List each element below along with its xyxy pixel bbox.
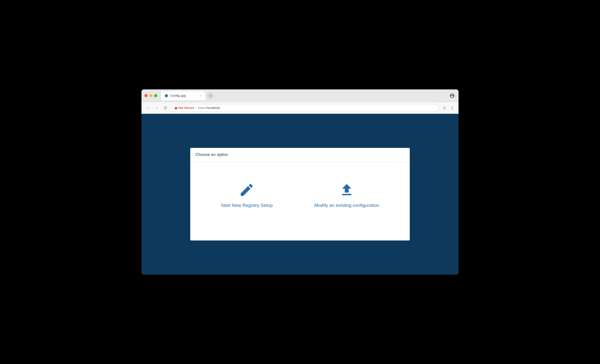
browser-window: Config app × + Not Secure | htt	[141, 89, 459, 275]
browser-menu-button[interactable]	[449, 105, 456, 111]
address-actions	[441, 105, 456, 111]
bookmark-button[interactable]	[441, 105, 448, 111]
minimize-button[interactable]	[149, 94, 152, 97]
tab-logo-icon	[164, 94, 169, 98]
tab-close-button[interactable]: ×	[198, 94, 202, 98]
url-protocol: https://	[198, 106, 207, 110]
profile-icon[interactable]	[449, 92, 456, 99]
maximize-button[interactable]	[154, 94, 157, 97]
browser-content: Choose an option Start New Registry Setu…	[141, 114, 459, 275]
close-button[interactable]	[144, 94, 148, 97]
not-secure-label: Not Secure	[178, 106, 194, 110]
start-new-registry-button[interactable]: Start New Registry Setup	[211, 176, 282, 213]
upload-icon	[338, 181, 355, 198]
modify-existing-config-button[interactable]: Modify an existing configuration	[305, 176, 389, 213]
card-title: Choose an option	[196, 152, 228, 157]
not-secure-indicator: Not Secure	[174, 106, 194, 110]
modify-existing-config-label: Modify an existing configuration	[314, 203, 379, 208]
edit-icon	[238, 181, 255, 198]
tab-title: Config app	[170, 94, 196, 97]
back-button[interactable]	[144, 105, 151, 111]
new-tab-button[interactable]: +	[207, 92, 214, 99]
reload-button[interactable]	[162, 105, 169, 111]
main-card: Choose an option Start New Registry Setu…	[190, 148, 410, 240]
url-host: localhost	[207, 106, 220, 110]
start-new-registry-label: Start New Registry Setup	[221, 203, 273, 208]
card-body: Start New Registry Setup Modify an exist…	[190, 162, 410, 228]
forward-button[interactable]	[153, 105, 160, 111]
traffic-lights	[144, 94, 157, 97]
title-bar: Config app × +	[141, 89, 459, 102]
address-input[interactable]: Not Secure | https://localhost	[171, 104, 439, 112]
card-header: Choose an option	[190, 148, 410, 162]
browser-tab[interactable]: Config app ×	[161, 91, 205, 100]
url-separator: |	[196, 106, 196, 110]
address-bar: Not Secure | https://localhost	[141, 102, 459, 114]
url-text: https://localhost	[198, 106, 220, 110]
